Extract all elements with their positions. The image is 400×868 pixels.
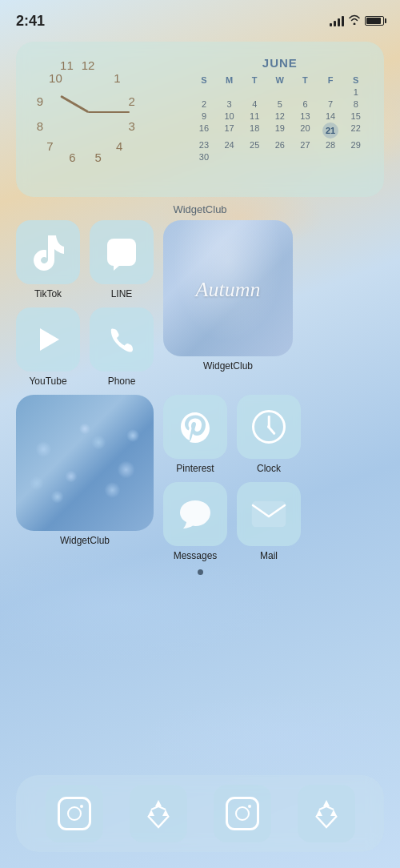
app-messages[interactable]: Messages — [163, 482, 227, 561]
cal-cell: 13 — [293, 111, 318, 122]
cal-cell: 14 — [318, 111, 343, 122]
cal-cell: 16 — [192, 123, 217, 139]
cal-cell: 4 — [242, 98, 267, 110]
mail-icon-bg — [237, 482, 301, 546]
appstore-icon — [142, 797, 175, 830]
cal-cell: 22 — [343, 123, 368, 139]
mail-logo — [251, 500, 286, 528]
cal-cell — [268, 151, 293, 163]
instagram-circle — [67, 806, 82, 821]
cal-cell — [242, 86, 267, 98]
cal-cell: 19 — [268, 123, 293, 139]
messages-icon-bg — [163, 482, 227, 546]
youtube-icon-bg — [16, 307, 80, 372]
cal-cell: 5 — [268, 98, 293, 110]
app-row-1: TikTok YouTube — [16, 220, 384, 387]
tiktok-label: TikTok — [34, 288, 62, 299]
cal-header-t: T — [242, 74, 267, 86]
app-youtube[interactable]: YouTube — [16, 307, 80, 387]
signal-icon — [330, 15, 344, 26]
pinterest-icon-bg — [163, 395, 227, 459]
clock-min-hand — [268, 416, 270, 427]
tiktok-icon-bg — [16, 220, 80, 284]
dock-appstore[interactable] — [130, 785, 187, 842]
autumn-text: Autumn — [196, 278, 261, 302]
clock-num-9: 9 — [37, 94, 43, 108]
app-tiktok[interactable]: TikTok — [16, 220, 80, 299]
widgets-area: 12 1 2 3 4 5 6 7 8 9 10 11 — [0, 35, 400, 215]
hour-hand — [60, 95, 89, 114]
app-line[interactable]: LINE — [90, 220, 154, 299]
clock-num-8: 8 — [37, 119, 43, 132]
cal-cell: 7 — [318, 98, 343, 110]
app-mail[interactable]: Mail — [237, 482, 301, 561]
clock-label: Clock — [257, 463, 281, 474]
cal-cell: 29 — [343, 139, 368, 151]
dock-appstore-2[interactable] — [298, 785, 355, 842]
cal-today: 21 — [322, 123, 338, 139]
flowers-widget-icon — [16, 395, 154, 531]
instagram-dot-2 — [248, 805, 251, 808]
clock-icon-bg — [237, 395, 301, 459]
cal-cell — [217, 151, 242, 163]
phone-label: Phone — [108, 376, 136, 387]
clock-face: 12 1 2 3 4 5 6 7 8 9 10 11 — [32, 56, 144, 168]
cal-header-f: F — [318, 74, 343, 86]
cal-cell: 18 — [242, 123, 267, 139]
app-pinterest[interactable]: Pinterest — [163, 395, 227, 474]
cal-cell — [217, 86, 242, 98]
cal-header-s: S — [192, 74, 217, 86]
cal-cell: 3 — [217, 98, 242, 110]
autumn-widget-icon: Autumn — [163, 220, 293, 356]
dock — [16, 775, 384, 852]
cal-header-s2: S — [343, 74, 368, 86]
cal-month: JUNE — [192, 56, 368, 70]
instagram-circle-2 — [235, 806, 250, 821]
cal-header-t2: T — [293, 74, 318, 86]
svg-line-4 — [326, 806, 334, 810]
cal-cell: 20 — [293, 123, 318, 139]
page-dot-active — [198, 569, 203, 575]
svg-line-2 — [158, 806, 166, 810]
cal-cell: 6 — [293, 98, 318, 110]
svg-line-3 — [319, 806, 326, 810]
app-clock[interactable]: Clock — [237, 395, 301, 474]
status-time: 2:41 — [16, 13, 45, 30]
status-bar: 2:41 — [0, 0, 400, 35]
youtube-label: YouTube — [29, 376, 66, 387]
app-widgetclub-flowers[interactable]: WidgetClub — [16, 395, 154, 546]
clock-widget: 12 1 2 3 4 5 6 7 8 9 10 11 — [32, 56, 179, 184]
clock-num-2: 2 — [128, 94, 134, 108]
line-bubble — [107, 239, 136, 266]
app-widgetclub-autumn[interactable]: Autumn WidgetClub — [163, 220, 293, 372]
clock-num-12: 12 — [82, 58, 95, 72]
dock-instagram-2[interactable] — [214, 785, 271, 842]
app-row-3: WidgetClub Pinterest — [16, 395, 384, 561]
cal-cell — [343, 151, 368, 163]
right-row-1: Pinterest Clock — [163, 395, 301, 474]
dock-instagram[interactable] — [46, 785, 103, 842]
pinterest-label: Pinterest — [176, 463, 214, 474]
app-phone[interactable]: Phone — [90, 307, 154, 387]
cal-cell — [318, 86, 343, 98]
cal-cell: 12 — [268, 111, 293, 122]
page-indicator — [0, 569, 400, 575]
right-row-2: Messages Mail — [163, 482, 301, 561]
combo-widget: 12 1 2 3 4 5 6 7 8 9 10 11 — [16, 42, 384, 197]
status-icons — [330, 14, 384, 27]
cal-cell: 17 — [217, 123, 242, 139]
minute-hand — [88, 111, 130, 113]
svg-rect-0 — [253, 502, 285, 526]
line-tail — [114, 265, 120, 271]
cal-cell — [318, 151, 343, 163]
cal-cell: 15 — [343, 111, 368, 122]
cal-cell: 25 — [242, 139, 267, 151]
clock-num-11: 11 — [60, 58, 74, 72]
clock-num-3: 3 — [128, 119, 134, 132]
phone-logo — [107, 325, 136, 354]
widgetclub-flowers-label: WidgetClub — [60, 535, 110, 546]
line-label: LINE — [111, 288, 133, 299]
wifi-icon — [348, 14, 361, 27]
cal-cell: 8 — [343, 98, 368, 110]
cal-cell: 28 — [318, 139, 343, 151]
